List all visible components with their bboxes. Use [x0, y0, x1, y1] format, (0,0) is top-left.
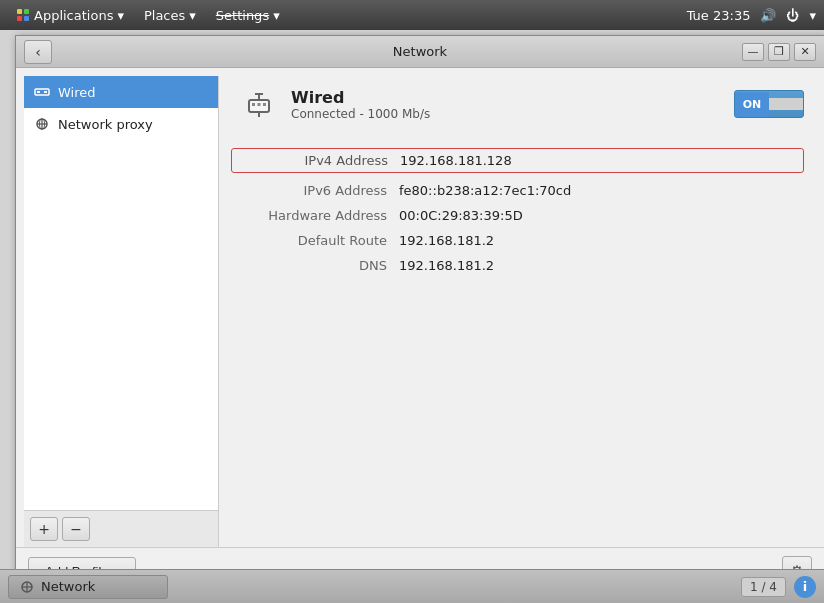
right-panel: Wired Connected - 1000 Mb/s ON IPv4 Addr…	[219, 68, 824, 547]
sidebar: Wired Network proxy	[24, 76, 219, 547]
info-icon: i	[803, 579, 807, 594]
svg-rect-14	[252, 103, 255, 106]
close-button[interactable]: ✕	[794, 43, 816, 61]
default-route-row: Default Route 192.168.181.2	[239, 233, 804, 248]
minimize-button[interactable]: —	[742, 43, 764, 61]
power-chevron: ▾	[809, 8, 816, 23]
remove-icon: −	[70, 521, 82, 537]
wired-sidebar-icon	[34, 84, 50, 100]
taskbar-network-icon	[19, 579, 35, 595]
ipv6-label: IPv6 Address	[239, 183, 399, 198]
applications-menu[interactable]: Applications ▾	[8, 6, 132, 25]
applications-chevron: ▾	[117, 8, 124, 23]
window-title: Network	[393, 44, 447, 59]
network-window: ‹ Network — ❒ ✕	[15, 35, 824, 595]
volume-icon[interactable]: 🔊	[760, 8, 776, 23]
top-menu-bar: Applications ▾ Places ▾ Settings ▾ Tue 2…	[0, 0, 824, 30]
svg-rect-16	[263, 103, 266, 106]
wired-toggle[interactable]: ON	[734, 90, 804, 118]
applications-label: Applications	[34, 8, 113, 23]
hardware-row: Hardware Address 00:0C:29:83:39:5D	[239, 208, 804, 223]
wired-status: Connected - 1000 Mb/s	[291, 107, 734, 121]
default-route-label: Default Route	[239, 233, 399, 248]
hardware-value: 00:0C:29:83:39:5D	[399, 208, 523, 223]
toggle-off-area	[769, 98, 803, 110]
title-bar: ‹ Network — ❒ ✕	[16, 36, 824, 68]
proxy-sidebar-icon	[34, 116, 50, 132]
settings-chevron: ▾	[273, 8, 280, 23]
hardware-label: Hardware Address	[239, 208, 399, 223]
sidebar-item-wired[interactable]: Wired	[24, 76, 218, 108]
sidebar-item-network-proxy[interactable]: Network proxy	[24, 108, 218, 140]
svg-rect-6	[44, 91, 47, 93]
window-controls: — ❒ ✕	[742, 43, 816, 61]
maximize-button[interactable]: ❒	[768, 43, 790, 61]
close-icon: ✕	[800, 45, 809, 58]
info-button[interactable]: i	[794, 576, 816, 598]
default-route-value: 192.168.181.2	[399, 233, 494, 248]
dns-label: DNS	[239, 258, 399, 273]
dns-row: DNS 192.168.181.2	[239, 258, 804, 273]
wired-info: Wired Connected - 1000 Mb/s	[291, 88, 734, 121]
applications-icon	[16, 8, 30, 22]
dns-value: 192.168.181.2	[399, 258, 494, 273]
add-icon: +	[38, 521, 50, 537]
network-info: IPv4 Address 192.168.181.128 IPv6 Addres…	[239, 148, 804, 273]
sidebar-list: Wired Network proxy	[24, 76, 218, 510]
ipv4-value: 192.168.181.128	[400, 153, 512, 168]
page-indicator: 1 / 4	[741, 577, 786, 597]
datetime: Tue 23:35	[687, 8, 751, 23]
back-icon: ‹	[35, 44, 41, 60]
proxy-label: Network proxy	[58, 117, 153, 132]
places-menu[interactable]: Places ▾	[136, 6, 204, 25]
ipv4-row: IPv4 Address 192.168.181.128	[231, 148, 804, 173]
wired-label: Wired	[58, 85, 96, 100]
toggle-on-label: ON	[735, 92, 769, 117]
svg-rect-5	[37, 91, 40, 93]
svg-rect-15	[258, 103, 261, 106]
maximize-icon: ❒	[774, 45, 784, 58]
taskbar-item-label: Network	[41, 579, 95, 594]
svg-rect-1	[24, 9, 29, 14]
taskbar-network-item[interactable]: Network	[8, 575, 168, 599]
sidebar-footer: + −	[24, 510, 218, 547]
svg-rect-0	[17, 9, 22, 14]
wired-title: Wired	[291, 88, 734, 107]
places-chevron: ▾	[189, 8, 196, 23]
back-button[interactable]: ‹	[24, 40, 52, 64]
settings-label: Settings	[216, 8, 269, 23]
remove-connection-button[interactable]: −	[62, 517, 90, 541]
taskbar-right: 1 / 4 i	[741, 576, 816, 598]
minimize-icon: —	[748, 45, 759, 58]
ipv6-row: IPv6 Address fe80::b238:a12:7ec1:70cd	[239, 183, 804, 198]
wired-header-icon	[239, 84, 279, 124]
svg-rect-3	[24, 16, 29, 21]
places-label: Places	[144, 8, 185, 23]
taskbar: Network 1 / 4 i	[0, 569, 824, 603]
svg-rect-2	[17, 16, 22, 21]
ipv6-value: fe80::b238:a12:7ec1:70cd	[399, 183, 571, 198]
ipv4-label: IPv4 Address	[240, 153, 400, 168]
power-icon[interactable]: ⏻	[786, 8, 799, 23]
wired-header: Wired Connected - 1000 Mb/s ON	[239, 84, 804, 124]
add-connection-button[interactable]: +	[30, 517, 58, 541]
settings-menu[interactable]: Settings ▾	[208, 6, 288, 25]
content-area: Wired Network proxy	[16, 68, 824, 547]
